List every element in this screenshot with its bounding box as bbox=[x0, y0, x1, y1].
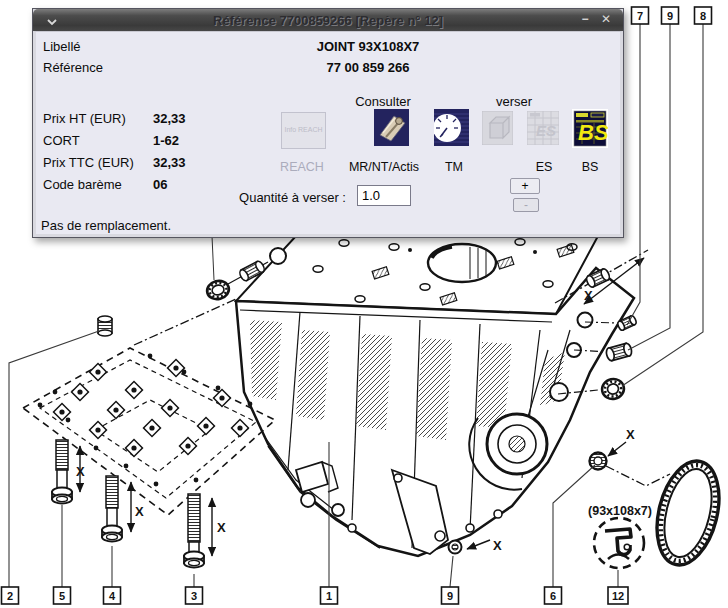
svg-text:X: X bbox=[584, 288, 593, 303]
prix-ht-label: Prix HT (EUR) bbox=[43, 111, 126, 126]
svg-text:1: 1 bbox=[326, 590, 332, 602]
stud-part-drawing bbox=[98, 316, 112, 336]
prix-ttc-label: Prix TTC (EUR) bbox=[43, 155, 134, 170]
callout-12[interactable]: 12 bbox=[608, 587, 628, 604]
svg-text:12: 12 bbox=[612, 590, 624, 602]
svg-text:5: 5 bbox=[59, 590, 65, 602]
dialog-body: Libellé JOINT 93X108X7 Référence 77 00 8… bbox=[33, 31, 623, 237]
seal-dimensions-caption: (93x108x7) bbox=[588, 504, 652, 518]
libelle-value: JOINT 93X108X7 bbox=[223, 39, 513, 54]
tm-button[interactable] bbox=[434, 109, 469, 149]
faded-cube-icon bbox=[482, 111, 513, 145]
svg-text:6: 6 bbox=[550, 590, 556, 602]
tm-label: TM bbox=[414, 160, 494, 174]
prix-ht-value: 32,33 bbox=[153, 111, 186, 126]
bs-label: BS bbox=[550, 160, 630, 174]
reference-label: Référence bbox=[43, 60, 103, 75]
quantity-input[interactable] bbox=[357, 185, 411, 206]
callout-5[interactable]: 5 bbox=[54, 587, 71, 604]
svg-text:X: X bbox=[493, 538, 502, 553]
minimize-button[interactable]: − bbox=[577, 11, 593, 28]
quantity-label: Quantité à verser : bbox=[196, 190, 346, 205]
verser-disabled-button bbox=[482, 111, 513, 148]
svg-text:ES: ES bbox=[536, 122, 556, 139]
gauge-icon bbox=[434, 109, 469, 146]
mrnt-actis-button[interactable] bbox=[374, 109, 409, 149]
reach-button: Info REACH bbox=[281, 112, 326, 149]
close-button[interactable]: ✕ bbox=[598, 11, 614, 28]
consulter-header: Consulter bbox=[333, 94, 433, 109]
callout-2[interactable]: 2 bbox=[2, 587, 19, 604]
dialog-title: Référence 7700859266 [Repère n° 12] bbox=[33, 13, 623, 28]
bolt-2-drawing bbox=[102, 476, 131, 542]
cort-value: 1-62 bbox=[153, 133, 179, 148]
verser-header: verser bbox=[464, 94, 564, 109]
svg-text:X: X bbox=[76, 464, 85, 479]
part-reference-dialog: Référence 7700859266 [Repère n° 12] − ✕ … bbox=[32, 8, 624, 238]
svg-text:4: 4 bbox=[109, 590, 116, 602]
svg-text:X: X bbox=[217, 520, 226, 535]
code-bareme-label: Code barème bbox=[43, 177, 122, 192]
svg-text:2: 2 bbox=[7, 590, 13, 602]
callout-8[interactable]: 8 bbox=[695, 7, 712, 24]
callout-9-bottom[interactable]: 9 bbox=[442, 587, 459, 604]
bolt-3-drawing bbox=[184, 494, 212, 568]
prix-ttc-value: 32,33 bbox=[153, 155, 186, 170]
faded-es-icon: ES bbox=[527, 111, 559, 145]
cort-label: CORT bbox=[43, 133, 80, 148]
code-bareme-value: 06 bbox=[153, 177, 167, 192]
bs-button[interactable]: BS bbox=[572, 109, 608, 151]
svg-text:X: X bbox=[626, 427, 635, 442]
svg-text:9: 9 bbox=[447, 590, 453, 602]
svg-text:X: X bbox=[135, 504, 144, 519]
callout-4[interactable]: 4 bbox=[104, 587, 121, 604]
callout-6[interactable]: 6 bbox=[545, 587, 562, 604]
svg-text:9: 9 bbox=[667, 10, 673, 22]
bs-yellow-icon: BS bbox=[572, 109, 608, 148]
libelle-label: Libellé bbox=[43, 39, 81, 54]
replacement-status-text: Pas de remplacement. bbox=[41, 218, 171, 233]
callout-3[interactable]: 3 bbox=[186, 587, 203, 604]
manual-book-icon bbox=[374, 109, 409, 146]
callout-7[interactable]: 7 bbox=[632, 7, 649, 24]
quantity-minus-button[interactable]: - bbox=[513, 198, 539, 212]
es-button: ES bbox=[527, 111, 559, 148]
callout-9-top[interactable]: 9 bbox=[662, 7, 679, 24]
baffle-plate-drawing bbox=[23, 299, 275, 568]
dialog-titlebar[interactable]: Référence 7700859266 [Repère n° 12] − ✕ bbox=[33, 9, 623, 32]
svg-text:8: 8 bbox=[700, 10, 706, 22]
nut-symbols bbox=[54, 360, 249, 457]
svg-text:3: 3 bbox=[191, 590, 197, 602]
svg-text:BS: BS bbox=[578, 120, 608, 145]
reference-value: 77 00 859 266 bbox=[223, 60, 513, 75]
callout-1[interactable]: 1 bbox=[321, 587, 338, 604]
svg-text:7: 7 bbox=[637, 10, 643, 22]
quantity-plus-button[interactable]: + bbox=[510, 178, 540, 194]
